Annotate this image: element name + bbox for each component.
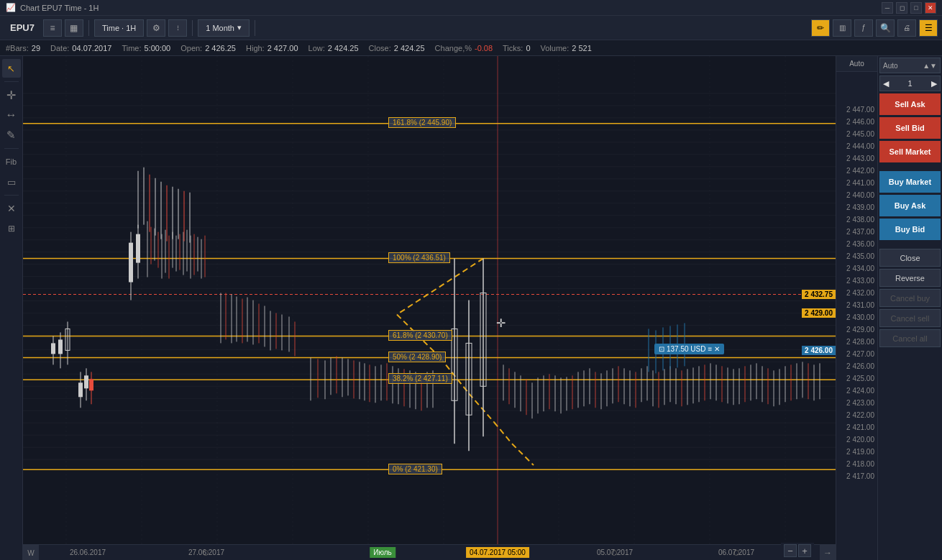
high-label: High: (246, 44, 265, 52)
price-tag-2426: 2 426.00 (802, 346, 836, 355)
chart-style-btn[interactable]: ⫶ (168, 19, 187, 37)
svg-line-50 (397, 259, 483, 315)
change-value: -0.08 (475, 44, 493, 52)
buy-ask-btn[interactable]: Buy Ask (879, 195, 941, 216)
time-label-1: 26.06.2017 (70, 548, 106, 556)
sell-market-btn[interactable]: Sell Market (879, 141, 941, 162)
date-info: Date: 04.07.2017 (50, 44, 111, 52)
position-badge: ⊡ 137.50 USD ≡ ✕ (654, 344, 724, 354)
pen-tool[interactable]: ✎ (2, 126, 21, 144)
ticks-label: Ticks: (503, 44, 523, 52)
close-info: Close: 2 424.25 (369, 44, 425, 52)
print-btn[interactable]: 🖨 (897, 19, 916, 37)
high-value: 2 427.00 (267, 44, 298, 52)
svg-rect-65 (84, 375, 88, 388)
price-tick-2431: 2 431.00 (846, 301, 874, 309)
price-tick-2419: 2 419.00 (846, 448, 874, 456)
grid-tool[interactable]: ⊞ (2, 219, 21, 238)
price-tick-2440: 2 440.00 (846, 191, 874, 199)
scroll-left-btn[interactable]: W (23, 545, 39, 560)
low-value: 2 424.25 (328, 44, 359, 52)
fib-tool[interactable]: Fib (2, 152, 21, 171)
position-settings-icon: ≡ (708, 345, 712, 353)
price-tick-2428: 2 428.00 (846, 338, 874, 346)
fib-label-1618: 161.8% (2 445.90) (388, 117, 456, 128)
cancel-buy-btn[interactable]: Cancel buy (879, 289, 941, 307)
ticks-value: 0 (526, 44, 530, 52)
restore-btn[interactable]: ◻ (896, 2, 907, 14)
arrow-tool[interactable]: ↔ (2, 106, 21, 124)
x-tool[interactable]: ✕ (2, 199, 21, 218)
zoom-controls: − + (781, 543, 814, 559)
crosshair-tool[interactable]: ✛ (2, 86, 21, 104)
bars-value: 29 (32, 44, 40, 52)
period-selector[interactable]: 1 Month ▾ (198, 19, 250, 37)
qty-down-btn[interactable]: ◀ (883, 79, 889, 88)
svg-line-54 (494, 422, 512, 444)
rect-tool[interactable]: ▭ (2, 173, 21, 191)
price-tag-2429: 2 429.00 (802, 308, 836, 318)
timeframe-settings-btn[interactable]: ⚙ (147, 19, 165, 37)
svg-rect-67 (89, 379, 93, 390)
zoom-in-btn[interactable]: + (798, 544, 811, 557)
config-btn[interactable]: ☰ (919, 19, 938, 37)
price-tick-2418: 2 418.00 (846, 460, 874, 468)
svg-line-53 (469, 393, 494, 422)
cancel-all-btn[interactable]: Cancel all (879, 329, 941, 347)
change-label: Change,% (435, 44, 472, 52)
fib-label-50: 50% (2 428.90) (388, 352, 446, 362)
draw-pen-btn[interactable]: ✏ (811, 19, 830, 37)
buy-market-btn[interactable]: Buy Market (879, 171, 941, 193)
sell-ask-btn[interactable]: Sell Ask (879, 93, 941, 115)
tool-sep-2 (4, 148, 19, 149)
price-tick-2437: 2 437.00 (846, 228, 874, 236)
reverse-btn[interactable]: Reverse (879, 269, 941, 287)
svg-rect-71 (136, 234, 140, 263)
menu-btn[interactable]: ≡ (43, 19, 62, 37)
bar-analysis-btn[interactable]: ▥ (833, 19, 851, 37)
qty-up-btn[interactable]: ▶ (931, 79, 937, 88)
cursor-tool[interactable]: ↖ (2, 59, 21, 78)
cancel-sell-btn[interactable]: Cancel sell (879, 309, 941, 327)
buy-bid-btn[interactable]: Buy Bid (879, 219, 941, 240)
close-btn[interactable]: ✕ (925, 2, 936, 14)
price-tick-2441: 2 441.00 (846, 179, 874, 187)
close-label: Close: (369, 44, 391, 52)
minimize-btn[interactable]: ─ (882, 2, 893, 14)
price-tick-2445: 2 445.00 (846, 130, 874, 138)
svg-rect-59 (58, 339, 63, 354)
svg-rect-69 (129, 243, 133, 283)
price-tick-2439: 2 439.00 (846, 203, 874, 211)
volume-info: Volume: 2 521 (541, 44, 592, 52)
svg-rect-63 (78, 382, 83, 397)
price-scale-mode[interactable]: Auto (836, 56, 877, 72)
info-bar: #Bars: 29 Date: 04.07.2017 Time: 5:00:00… (0, 40, 942, 56)
search-chart-btn[interactable]: 🔍 (876, 19, 895, 37)
sell-bid-btn[interactable]: Sell Bid (879, 117, 941, 139)
chart-type-btn[interactable]: ▦ (65, 19, 83, 37)
volume-label: Volume: (541, 44, 570, 52)
zoom-out-btn[interactable]: − (784, 544, 797, 557)
ticks-info: Ticks: 0 (503, 44, 530, 52)
position-amount: 137.50 USD (667, 345, 705, 353)
time-info: Time: 5:00:00 (122, 44, 170, 52)
price-tick-2442: 2 442.00 (846, 167, 874, 175)
indicator-btn[interactable]: ƒ (854, 19, 873, 37)
tool-sep-1 (4, 81, 19, 82)
toolbar: EPU7 ≡ ▦ Time · 1H ⚙ ⫶ 1 Month ▾ ✏ ▥ ƒ 🔍… (0, 16, 942, 40)
price-tick-2427: 2 427.00 (846, 350, 874, 358)
right-panel: Auto ▲▼ ◀ 1 ▶ Sell Ask Sell Bid Sell Mar… (877, 56, 942, 560)
price-tick-2443: 2 443.00 (846, 155, 874, 162)
bars-info: #Bars: 29 (6, 44, 40, 52)
maximize-btn[interactable]: □ (910, 2, 922, 14)
scroll-right-btn[interactable]: → (820, 545, 836, 560)
chart-canvas[interactable]: 161.8% (2 445.90) 100% (2 436.51) 61.8% … (23, 56, 836, 544)
time-label: Time: (122, 44, 141, 52)
price-tick-2435: 2 435.00 (846, 252, 874, 260)
timeframe-selector[interactable]: Time · 1H (94, 19, 144, 37)
price-tick-2429: 2 429.00 (846, 326, 874, 334)
fib-label-382: 38.2% (2 427.11) (388, 373, 452, 384)
price-tick-2432: 2 432.00 (846, 289, 874, 297)
volume-value: 2 521 (572, 44, 592, 52)
close-btn[interactable]: Close (879, 249, 941, 267)
